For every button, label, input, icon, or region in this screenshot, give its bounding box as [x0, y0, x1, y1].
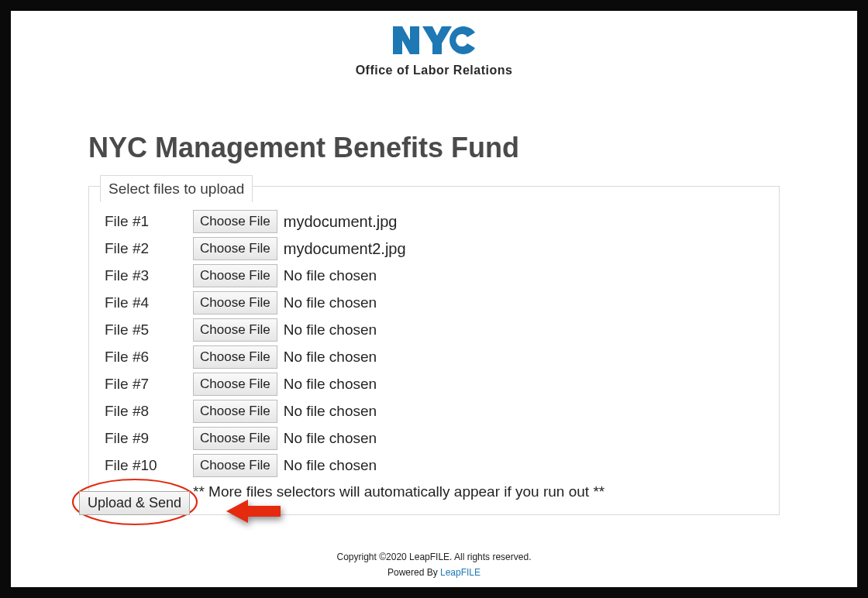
- file-label: File #9: [105, 430, 193, 447]
- no-file-label: No file chosen: [284, 321, 377, 339]
- no-file-label: No file chosen: [284, 403, 377, 420]
- no-file-label: No file chosen: [284, 430, 377, 447]
- file-label: File #10: [105, 457, 193, 474]
- upload-fieldset-wrap: Select files to upload File #1Choose Fil…: [88, 186, 780, 515]
- fieldset-legend: Select files to upload: [100, 175, 253, 202]
- choose-file-button[interactable]: Choose File: [193, 264, 277, 287]
- file-label: File #7: [105, 376, 193, 393]
- powered-prefix: Powered By: [388, 567, 440, 578]
- file-row: File #5Choose FileNo file chosen: [105, 318, 763, 342]
- file-label: File #1: [105, 213, 193, 230]
- file-label: File #8: [105, 403, 193, 420]
- arrow-left-icon: [226, 497, 281, 526]
- file-row: File #7Choose FileNo file chosen: [105, 373, 763, 396]
- file-row: File #9Choose FileNo file chosen: [105, 427, 763, 450]
- file-row: File #8Choose FileNo file chosen: [105, 400, 763, 423]
- header-logo: Office of Labor Relations: [11, 11, 857, 77]
- file-row: File #1Choose Filemydocument.jpg: [105, 210, 763, 233]
- choose-file-button[interactable]: Choose File: [193, 427, 277, 450]
- file-row: File #10Choose FileNo file chosen: [105, 454, 763, 477]
- upload-send-area: Upload & Send: [79, 491, 190, 515]
- file-label: File #3: [105, 267, 193, 284]
- choose-file-button[interactable]: Choose File: [193, 400, 277, 423]
- file-label: File #5: [105, 321, 193, 339]
- powered-link[interactable]: LeapFILE: [440, 567, 480, 578]
- no-file-label: No file chosen: [284, 376, 377, 393]
- choose-file-button[interactable]: Choose File: [193, 237, 277, 260]
- choose-file-button[interactable]: Choose File: [193, 345, 277, 369]
- nyc-logo-icon: [391, 25, 477, 57]
- choose-file-button[interactable]: Choose File: [193, 454, 277, 477]
- page-title: NYC Management Benefits Fund: [88, 132, 857, 164]
- page: Office of Labor Relations NYC Management…: [11, 11, 857, 587]
- upload-send-button[interactable]: Upload & Send: [79, 491, 190, 515]
- no-file-label: No file chosen: [284, 294, 377, 311]
- file-row: File #6Choose FileNo file chosen: [105, 345, 763, 369]
- file-row: File #3Choose FileNo file chosen: [105, 264, 763, 287]
- chosen-filename: mydocument.jpg: [284, 213, 398, 231]
- choose-file-button[interactable]: Choose File: [193, 291, 277, 314]
- logo-subtitle: Office of Labor Relations: [356, 64, 513, 77]
- annotation-arrow: [226, 497, 281, 529]
- footer: Copyright ©2020 LeapFILE. All rights res…: [11, 552, 857, 578]
- choose-file-button[interactable]: Choose File: [193, 373, 277, 396]
- chosen-filename: mydocument2.jpg: [284, 240, 406, 258]
- choose-file-button[interactable]: Choose File: [193, 318, 277, 342]
- file-label: File #2: [105, 240, 193, 257]
- file-row: File #2Choose Filemydocument2.jpg: [105, 237, 763, 260]
- powered-by: Powered By LeapFILE: [11, 567, 857, 578]
- file-label: File #4: [105, 294, 193, 311]
- copyright-text: Copyright ©2020 LeapFILE. All rights res…: [11, 552, 857, 562]
- upload-fieldset: Select files to upload File #1Choose Fil…: [88, 186, 780, 515]
- no-file-label: No file chosen: [284, 349, 377, 366]
- nyc-logo: Office of Labor Relations: [356, 25, 513, 77]
- choose-file-button[interactable]: Choose File: [193, 210, 277, 233]
- file-label: File #6: [105, 349, 193, 366]
- no-file-label: No file chosen: [284, 267, 377, 284]
- svg-marker-1: [226, 500, 281, 523]
- no-file-label: No file chosen: [284, 457, 377, 474]
- file-row: File #4Choose FileNo file chosen: [105, 291, 763, 314]
